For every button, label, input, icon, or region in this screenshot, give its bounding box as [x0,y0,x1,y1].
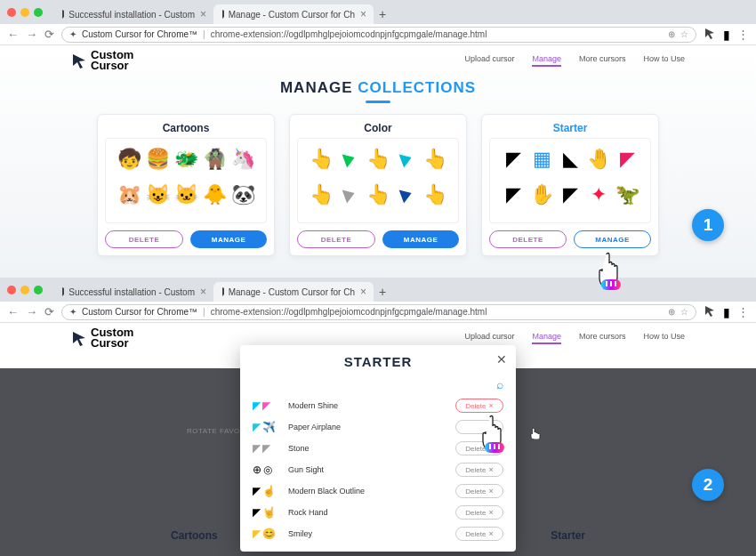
tab-close-icon[interactable]: × [200,286,206,298]
step-badge-1: 1 [692,209,724,241]
nav-howto[interactable]: How to Use [643,54,685,67]
collection-title: Cartoons [171,529,218,556]
close-icon[interactable]: ✕ [496,352,507,367]
cursor-icon: ◤ [614,142,640,176]
extension-cursor-icon[interactable] [704,304,716,320]
cursor-icon: ▦ [528,142,555,176]
collection-title: Starter [551,529,585,556]
close-window-icon[interactable] [7,286,16,294]
address-bar[interactable]: ✦ Custom Cursor for Chrome™ | chrome-ext… [61,27,696,43]
minimize-window-icon[interactable] [20,286,29,294]
nav-manage[interactable]: Manage [532,332,561,344]
cursor-icon: ◣ [557,142,583,176]
back-icon[interactable]: ← [7,28,19,41]
delete-cursor-button[interactable]: Delete× [455,527,503,541]
window-controls[interactable] [7,286,43,294]
maximize-window-icon[interactable] [34,286,43,294]
cursor-icon [393,142,420,176]
forward-icon[interactable]: → [26,28,37,41]
cursor-name: Smiley [288,529,448,538]
zoom-icon[interactable]: ⊕ [668,29,675,39]
extension-other-icon[interactable]: ▮ [723,28,730,42]
tab-close-icon[interactable]: × [200,8,206,20]
address-bar[interactable]: ✦ Custom Cursor for Chrome™ | chrome-ext… [61,304,696,320]
maximize-window-icon[interactable] [34,8,43,17]
new-tab-button[interactable]: + [374,7,391,21]
cursor-name: Modern Black Outline [288,487,448,496]
minimize-window-icon[interactable] [20,8,29,17]
logo-cursor-icon [71,52,87,68]
nav-manage[interactable]: Manage [532,54,561,67]
back-icon[interactable]: ← [7,305,19,318]
tab-bar: Successful installation - Custom × Manag… [0,278,756,302]
cursor-preview-icon: ◤☝ [253,485,281,497]
manage-button[interactable]: MANAGE [574,230,651,248]
cursor-icon: 👆 [422,178,448,212]
extension-cursor-icon[interactable] [704,27,716,43]
svg-marker-6 [705,306,714,317]
cursor-icon: 🐼 [229,178,256,212]
menu-icon[interactable]: ⋮ [737,28,749,41]
zoom-icon[interactable]: ⊕ [668,307,675,317]
nav-upload[interactable]: Upload cursor [464,54,514,67]
separator: | [203,29,205,39]
reload-icon[interactable]: ⟳ [44,305,54,318]
cursor-row: ◤✈️ Paper Airplane Delete [253,416,503,438]
nav-more[interactable]: More cursors [579,332,626,344]
collection-card-color: Color 👆 👆 👆 👆 👆 👆 DELETE MANAGE [289,114,467,256]
browser-tab[interactable]: Successful installation - Custom × [53,4,213,24]
cursor-icon: 🐥 [201,178,228,212]
tab-title: Successful installation - Custom [68,287,195,297]
cursor-icon: 🦖 [614,178,640,212]
delete-button[interactable]: DELETE [489,230,567,248]
screenshot-step-1: Successful installation - Custom × Manag… [0,0,756,278]
menu-icon[interactable]: ⋮ [737,305,749,318]
star-icon[interactable]: ☆ [680,29,688,39]
nav-howto[interactable]: How to Use [643,332,685,344]
delete-cursor-button[interactable]: Delete× [455,505,503,520]
cursor-icon: 🤚 [585,142,612,176]
separator: | [203,307,205,317]
reload-icon[interactable]: ⟳ [44,28,54,41]
delete-cursor-button[interactable]: Delete× [455,484,503,498]
cursor-preview-icon: ◤✈️ [253,421,281,433]
close-window-icon[interactable] [7,8,16,17]
star-icon[interactable]: ☆ [680,307,688,317]
forward-icon[interactable]: → [26,305,37,318]
nav-more[interactable]: More cursors [579,54,626,67]
new-tab-button[interactable]: + [374,285,391,299]
cursor-icon [336,178,363,212]
collections-grid: Cartoons 🧒 🍔 🐲 🧌 🦄 🐹 😺 🐱 🐥 🐼 DELETE MANA… [0,114,756,256]
nav-upload[interactable]: Upload cursor [464,332,514,344]
delete-cursor-button[interactable]: Delete [455,420,503,434]
site-logo[interactable]: CustomCursor [71,327,133,348]
cursor-icon: ◤ [500,178,527,212]
cursor-preview-icon: ⊕◎ [253,463,281,476]
browser-chrome: Successful installation - Custom × Manag… [0,278,756,323]
site-logo[interactable]: CustomCursor [71,50,133,70]
browser-tab-active[interactable]: Manage - Custom Cursor for Ch × [213,282,374,302]
collection-actions: DELETE MANAGE [489,230,651,248]
cursor-row: ◤😊 Smiley Delete× [253,523,503,544]
svg-marker-7 [73,332,85,346]
delete-button[interactable]: DELETE [297,230,375,248]
manage-button[interactable]: MANAGE [382,230,459,248]
logo-text: CustomCursor [91,50,133,70]
search-icon[interactable]: ⌕ [240,377,516,395]
tab-close-icon[interactable]: × [360,286,366,298]
tab-bar: Successful installation - Custom × Manag… [0,0,756,24]
tab-close-icon[interactable]: × [360,8,366,20]
browser-tab[interactable]: Successful installation - Custom × [53,282,213,302]
delete-cursor-button[interactable]: Delete× [455,463,503,477]
window-controls[interactable] [7,8,43,17]
collection-actions: DELETE MANAGE [297,230,459,248]
cursor-icon: 👆 [308,178,334,212]
delete-cursor-button[interactable]: Delete× [455,441,503,455]
delete-button[interactable]: DELETE [105,230,183,248]
browser-tab-active[interactable]: Manage - Custom Cursor for Ch × [213,4,374,24]
svg-marker-1 [222,10,224,20]
manage-button[interactable]: MANAGE [190,230,267,248]
extension-other-icon[interactable]: ▮ [723,305,730,319]
cursor-icon: 🐲 [173,142,199,176]
delete-cursor-button[interactable]: Delete× [455,399,503,413]
